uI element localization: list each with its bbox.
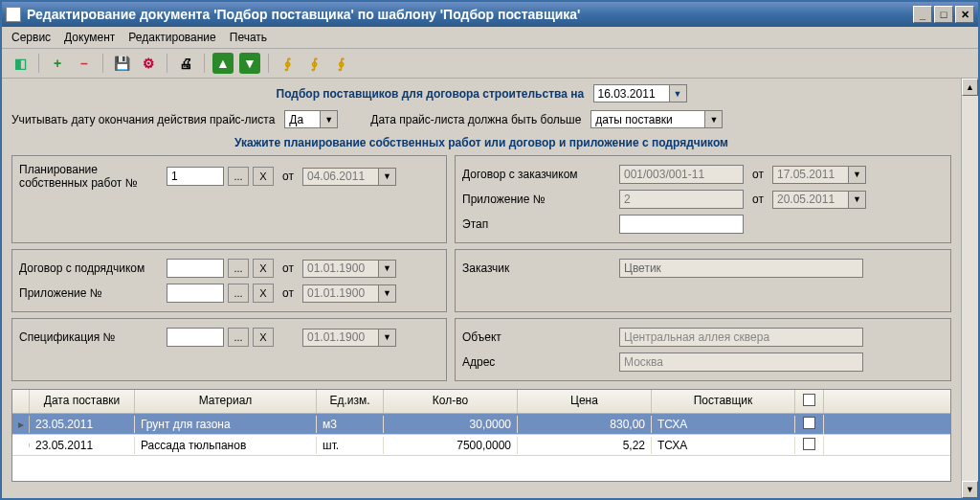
header-line: Подбор поставщиков для договора строител…	[11, 82, 951, 108]
panel-own-plan: Планирование собственных работ № ... X о…	[11, 155, 447, 243]
cell-supplier: ТСХА	[652, 416, 795, 433]
col-unit-header[interactable]: Ед.изм.	[317, 390, 384, 413]
contractor-appendix-label: Приложение №	[19, 286, 163, 300]
divider	[268, 54, 269, 73]
customer-input	[619, 259, 863, 278]
customer-contract-label: Договор с заказчиком	[462, 168, 615, 181]
object-input	[619, 328, 863, 347]
contractor-lookup-button[interactable]: ...	[228, 259, 249, 278]
appendix-from-date	[772, 191, 849, 209]
titlebar: Редактирование документа 'Подбор поставщ…	[2, 2, 978, 27]
from-label: от	[747, 193, 768, 206]
panel-spec: Спецификация № ... X ▼	[11, 318, 447, 381]
panel-object: Объект Адрес	[455, 318, 951, 381]
from-label: от	[278, 261, 299, 275]
contractor-appendix-date-dropdown[interactable]: ▼	[379, 284, 396, 303]
menu-edit[interactable]: Редактирование	[128, 31, 215, 44]
db-button[interactable]: ⚙	[138, 53, 159, 74]
spec-date-dropdown[interactable]: ▼	[379, 329, 396, 347]
toolbar-app-icon[interactable]: ◧	[10, 53, 31, 74]
header-date-dropdown-button[interactable]: ▼	[670, 84, 687, 102]
contractor-appendix-clear-button[interactable]: X	[253, 284, 274, 303]
contractor-clear-button[interactable]: X	[253, 259, 274, 278]
contractor-contract-label: Договор с подрядчиком	[19, 261, 163, 275]
row-marker-icon: ▸	[12, 416, 30, 433]
cell-unit: шт.	[317, 437, 384, 454]
panel-contractor: Договор с подрядчиком ... X от ▼ Приложе…	[11, 249, 447, 312]
price-after-dropdown-button[interactable]: ▼	[705, 110, 723, 128]
divider	[38, 54, 39, 73]
add-button[interactable]: +	[47, 53, 68, 74]
own-plan-date-dropdown[interactable]: ▼	[379, 168, 396, 186]
contractor-contract-input[interactable]	[167, 259, 224, 278]
stage-label: Этап	[462, 217, 615, 231]
appendix-label: Приложение №	[462, 193, 615, 206]
save-button[interactable]: 💾	[111, 53, 132, 74]
vertical-scrollbar[interactable]: ▲ ▼	[961, 79, 978, 498]
cell-price: 5,22	[518, 437, 652, 454]
menu-service[interactable]: Сервис	[11, 31, 51, 44]
down-button[interactable]: ▼	[239, 53, 260, 74]
maximize-button[interactable]: □	[934, 6, 953, 23]
cell-check[interactable]	[795, 415, 824, 434]
customer-contract-date-dropdown[interactable]: ▼	[849, 166, 866, 184]
price-after-combo[interactable]	[590, 110, 705, 128]
col-check-header[interactable]	[795, 390, 824, 413]
menu-print[interactable]: Печать	[230, 31, 267, 44]
col-material-header[interactable]: Материал	[135, 390, 317, 413]
stage-input[interactable]	[619, 215, 744, 234]
contractor-appendix-from-date	[302, 284, 379, 303]
menu-document[interactable]: Документ	[64, 31, 115, 44]
form-row-1: Планирование собственных работ № ... X о…	[11, 155, 951, 243]
scroll-up-button[interactable]: ▲	[962, 79, 978, 96]
thunder1-button[interactable]: ∮	[277, 53, 298, 74]
close-button[interactable]: ✕	[955, 6, 974, 23]
contractor-appendix-lookup-button[interactable]: ...	[228, 284, 249, 303]
cell-date: 23.05.2011	[30, 437, 135, 454]
consider-dropdown-button[interactable]: ▼	[321, 110, 338, 128]
up-button[interactable]: ▲	[212, 53, 234, 74]
from-label: от	[278, 170, 299, 183]
thunder3-button[interactable]: ∮	[330, 53, 351, 74]
spec-input[interactable]	[167, 328, 224, 347]
cell-supplier: ТСХА	[652, 437, 795, 454]
own-plan-clear-button[interactable]: X	[253, 167, 274, 186]
table-row[interactable]: ▸ 23.05.2011 Грунт для газона м3 30,0000…	[12, 414, 950, 435]
window-buttons: _ □ ✕	[913, 6, 974, 23]
content-wrapper: Подбор поставщиков для договора строител…	[2, 79, 978, 498]
col-qty-header[interactable]: Кол-во	[384, 390, 518, 413]
divider	[167, 54, 167, 73]
header-date-input[interactable]	[593, 84, 670, 102]
row-marker-icon	[12, 443, 30, 447]
own-plan-input[interactable]	[167, 167, 224, 186]
grid: Дата поставки Материал Ед.изм. Кол-во Це…	[11, 389, 951, 482]
cell-check[interactable]	[795, 436, 824, 455]
col-supplier-header[interactable]: Поставщик	[652, 390, 795, 413]
from-label: от	[278, 286, 299, 300]
contractor-date-dropdown[interactable]: ▼	[379, 260, 396, 278]
consider-price-end-combo[interactable]	[284, 110, 321, 128]
thunder2-button[interactable]: ∮	[303, 53, 324, 74]
own-plan-from-date	[302, 168, 379, 186]
scroll-down-button[interactable]: ▼	[962, 481, 978, 498]
print-button[interactable]: 🖨	[175, 53, 196, 74]
minimize-button[interactable]: _	[913, 6, 932, 23]
hint-line: Укажите планирование собственных работ и…	[11, 134, 951, 155]
app-icon	[6, 7, 21, 22]
form-row-2: Договор с подрядчиком ... X от ▼ Приложе…	[11, 249, 951, 312]
appendix-date-dropdown[interactable]: ▼	[849, 191, 866, 209]
cell-qty: 30,0000	[384, 416, 518, 433]
col-price-header[interactable]: Цена	[518, 390, 652, 413]
scroll-area[interactable]	[962, 96, 978, 481]
own-plan-lookup-button[interactable]: ...	[228, 167, 249, 186]
contractor-appendix-input[interactable]	[167, 284, 224, 303]
cell-unit: м3	[317, 416, 384, 433]
spec-clear-button[interactable]: X	[253, 328, 274, 347]
panel-customer: Заказчик	[455, 249, 951, 312]
col-date-header[interactable]: Дата поставки	[30, 390, 135, 413]
cell-price: 830,00	[518, 416, 652, 433]
remove-button[interactable]: –	[74, 53, 95, 74]
address-label: Адрес	[462, 355, 615, 369]
table-row[interactable]: 23.05.2011 Рассада тюльпанов шт. 7500,00…	[12, 435, 950, 456]
spec-lookup-button[interactable]: ...	[228, 328, 249, 347]
